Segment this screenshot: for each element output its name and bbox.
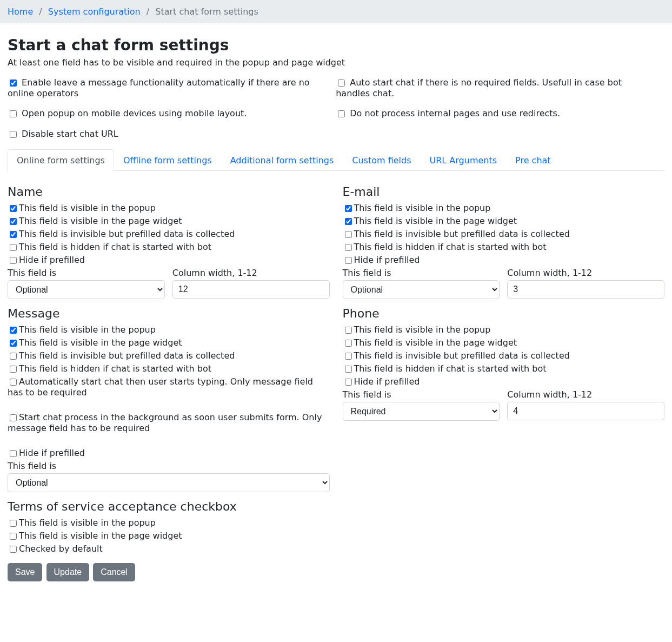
opt-disable-url[interactable]: Disable start chat URL [8, 129, 323, 140]
name-visible-popup[interactable]: This field is visible in the popup [8, 203, 330, 214]
tab-online[interactable]: Online form settings [8, 149, 114, 171]
tab-offline[interactable]: Offline form settings [114, 149, 221, 171]
email-visible-popup-checkbox[interactable] [345, 205, 352, 212]
message-hide-prefilled[interactable]: Hide if prefilled [8, 448, 330, 459]
tos-heading: Terms of service acceptance checkbox [8, 500, 330, 513]
name-invisible-prefilled-checkbox[interactable] [10, 231, 17, 238]
opt-no-internal[interactable]: Do not process internal pages and use re… [336, 108, 651, 119]
opt-auto-start-checkbox[interactable] [338, 80, 345, 87]
update-button[interactable]: Update [46, 563, 90, 581]
tab-urlargs[interactable]: URL Arguments [421, 149, 507, 171]
email-invisible-prefilled[interactable]: This field is invisible but prefilled da… [343, 229, 665, 240]
tos-visible-widget[interactable]: This field is visible in the page widget [8, 531, 330, 541]
breadcrumb-sep: / [143, 6, 152, 17]
opt-open-mobile-checkbox[interactable] [10, 110, 17, 117]
opt-auto-start-label: Auto start chat if there is no required … [336, 77, 622, 98]
phone-visible-widget[interactable]: This field is visible in the page widget [343, 337, 665, 348]
message-visible-widget-checkbox[interactable] [10, 340, 17, 347]
cancel-button[interactable]: Cancel [93, 563, 135, 581]
opt-enable-leave-msg[interactable]: Enable leave a message functionality aut… [8, 77, 323, 98]
name-hidden-bot[interactable]: This field is hidden if chat is started … [8, 242, 330, 253]
message-heading: Message [8, 307, 330, 320]
phone-invisible-prefilled[interactable]: This field is invisible but prefilled da… [343, 350, 665, 361]
email-hide-prefilled-checkbox[interactable] [345, 257, 352, 264]
phone-hidden-bot[interactable]: This field is hidden if chat is started … [343, 363, 665, 374]
breadcrumb-sysconfig[interactable]: System configuration [48, 6, 141, 17]
tab-custom[interactable]: Custom fields [343, 149, 420, 171]
message-auto-start-typing[interactable]: Automatically start chat then user start… [8, 376, 330, 398]
email-colwidth-input[interactable] [507, 280, 664, 299]
message-hidden-bot-checkbox[interactable] [10, 366, 17, 373]
message-invisible-prefilled[interactable]: This field is invisible but prefilled da… [8, 350, 330, 361]
phone-hidden-bot-checkbox[interactable] [345, 366, 352, 373]
name-visible-widget[interactable]: This field is visible in the page widget [8, 216, 330, 227]
opt-no-internal-checkbox[interactable] [338, 110, 345, 117]
opt-disable-url-checkbox[interactable] [10, 131, 17, 138]
name-hide-prefilled-checkbox[interactable] [10, 257, 17, 264]
phone-invisible-prefilled-checkbox[interactable] [345, 353, 352, 360]
message-visible-popup-checkbox[interactable] [10, 327, 17, 334]
phone-visible-popup-checkbox[interactable] [345, 327, 352, 334]
tos-checked-default-checkbox[interactable] [10, 546, 17, 553]
message-auto-start-typing-checkbox[interactable] [10, 379, 17, 386]
message-background-submit-checkbox[interactable] [10, 414, 17, 421]
message-visible-popup[interactable]: This field is visible in the popup [8, 325, 330, 335]
opt-enable-leave-msg-checkbox[interactable] [10, 80, 17, 87]
message-hidden-bot[interactable]: This field is hidden if chat is started … [8, 363, 330, 374]
phone-heading: Phone [343, 307, 665, 320]
email-hidden-bot[interactable]: This field is hidden if chat is started … [343, 242, 665, 253]
message-invisible-prefilled-checkbox[interactable] [10, 353, 17, 360]
message-background-submit[interactable]: Start chat process in the background as … [8, 412, 330, 433]
tos-visible-widget-checkbox[interactable] [10, 533, 17, 540]
tos-visible-popup[interactable]: This field is visible in the popup [8, 518, 330, 528]
message-visible-widget[interactable]: This field is visible in the page widget [8, 337, 330, 348]
name-field-is-select[interactable]: Optional Required [8, 280, 165, 299]
name-colwidth-input[interactable] [172, 280, 330, 299]
phone-visible-popup[interactable]: This field is visible in the popup [343, 325, 665, 335]
email-visible-widget-checkbox[interactable] [345, 218, 352, 225]
name-invisible-prefilled[interactable]: This field is invisible but prefilled da… [8, 229, 330, 240]
phone-colwidth-label: Column width, 1-12 [507, 389, 664, 400]
email-colwidth-label: Column width, 1-12 [507, 268, 664, 278]
message-hide-prefilled-checkbox[interactable] [10, 450, 17, 457]
name-field-is-label: This field is [8, 268, 165, 278]
phone-field-is-label: This field is [343, 389, 500, 400]
opt-auto-start[interactable]: Auto start chat if there is no required … [336, 77, 651, 98]
email-hidden-bot-checkbox[interactable] [345, 244, 352, 251]
opt-disable-url-label: Disable start chat URL [22, 129, 118, 139]
phone-hide-prefilled-checkbox[interactable] [345, 379, 352, 386]
tab-additional[interactable]: Additional form settings [221, 149, 343, 171]
name-heading: Name [8, 185, 330, 198]
opt-open-mobile-label: Open popup on mobile devices using mobil… [22, 108, 247, 118]
opt-open-mobile[interactable]: Open popup on mobile devices using mobil… [8, 108, 323, 119]
name-hide-prefilled[interactable]: Hide if prefilled [8, 255, 330, 266]
tabs: Online form settings Offline form settin… [8, 149, 664, 171]
page-subtitle: At least one field has to be visible and… [8, 57, 664, 68]
breadcrumb-current: Start chat form settings [155, 6, 258, 17]
phone-field-is-select[interactable]: Required Optional [343, 402, 500, 421]
message-field-is-select[interactable]: Optional Required [8, 473, 330, 492]
email-visible-popup[interactable]: This field is visible in the popup [343, 203, 665, 214]
phone-colwidth-input[interactable] [507, 402, 664, 420]
tos-visible-popup-checkbox[interactable] [10, 520, 17, 527]
page-title: Start a chat form settings [8, 36, 664, 54]
email-visible-widget[interactable]: This field is visible in the page widget [343, 216, 665, 227]
tos-checked-default[interactable]: Checked by default [8, 544, 330, 554]
email-heading: E-mail [343, 185, 665, 198]
name-visible-widget-checkbox[interactable] [10, 218, 17, 225]
top-options: Enable leave a message functionality aut… [8, 75, 664, 142]
email-hide-prefilled[interactable]: Hide if prefilled [343, 255, 665, 266]
name-hidden-bot-checkbox[interactable] [10, 244, 17, 251]
tab-prechat[interactable]: Pre chat [506, 149, 560, 171]
email-field-is-label: This field is [343, 268, 500, 278]
phone-visible-widget-checkbox[interactable] [345, 340, 352, 347]
email-field-is-select[interactable]: Optional Required [343, 280, 500, 299]
email-invisible-prefilled-checkbox[interactable] [345, 231, 352, 238]
breadcrumb-home[interactable]: Home [8, 6, 33, 17]
name-visible-popup-checkbox[interactable] [10, 205, 17, 212]
save-button[interactable]: Save [8, 563, 42, 581]
name-colwidth-label: Column width, 1-12 [172, 268, 330, 278]
message-field-is-label: This field is [8, 461, 330, 471]
breadcrumb-sep: / [36, 6, 45, 17]
phone-hide-prefilled[interactable]: Hide if prefilled [343, 376, 665, 387]
